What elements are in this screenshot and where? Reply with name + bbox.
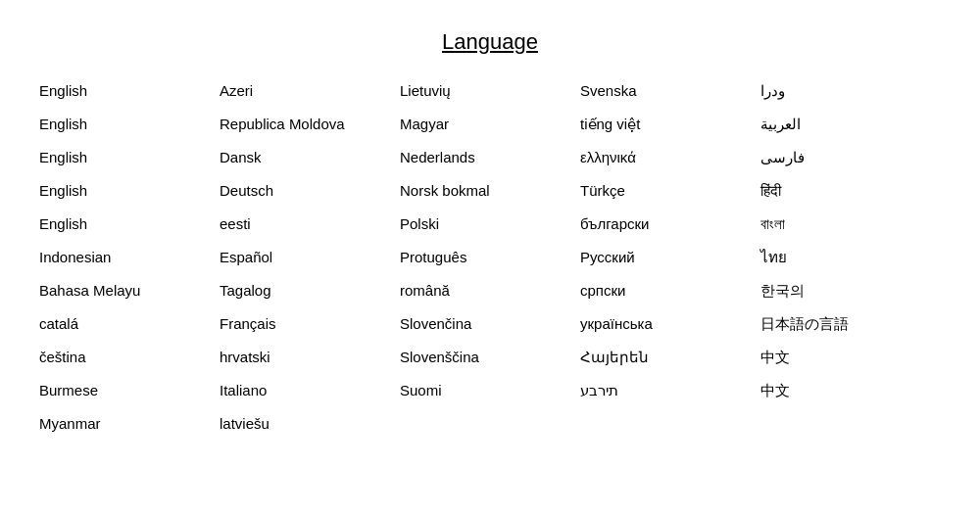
- list-item[interactable]: Svenska: [580, 74, 760, 108]
- list-item[interactable]: eesti: [220, 208, 400, 241]
- list-item[interactable]: українська: [580, 307, 760, 341]
- list-item[interactable]: български: [580, 208, 760, 241]
- language-grid: EnglishEnglishEnglishEnglishEnglishIndon…: [0, 74, 980, 441]
- list-item[interactable]: Suomi: [400, 374, 580, 407]
- language-column-2: LietuviųMagyarNederlandsNorsk bokmalPols…: [400, 74, 580, 441]
- language-column-4: ودراالعربیةفارسیहिंदीবাংলাไทย한국의日本語の言語中文…: [760, 74, 941, 441]
- list-item[interactable]: Azeri: [220, 74, 400, 108]
- language-column-0: EnglishEnglishEnglishEnglishEnglishIndon…: [39, 74, 220, 441]
- list-item[interactable]: 中文: [760, 341, 941, 374]
- list-item[interactable]: Slovenčina: [400, 307, 580, 341]
- list-item[interactable]: ελληνικά: [580, 141, 760, 174]
- list-item[interactable]: Հայերեն: [580, 341, 760, 374]
- list-item[interactable]: Bahasa Melayu: [39, 274, 220, 307]
- list-item[interactable]: hrvatski: [220, 341, 400, 374]
- list-item[interactable]: ไทย: [760, 241, 941, 274]
- list-item[interactable]: čeština: [39, 341, 220, 374]
- list-item[interactable]: বাংলা: [760, 208, 941, 241]
- language-column-1: AzeriRepublica MoldovaDanskDeutscheestiE…: [220, 74, 400, 441]
- list-item[interactable]: catalá: [39, 307, 220, 341]
- list-item[interactable]: Slovenščina: [400, 341, 580, 374]
- list-item[interactable]: Español: [220, 241, 400, 274]
- list-item[interactable]: English: [39, 174, 220, 208]
- list-item[interactable]: Русский: [580, 241, 760, 274]
- list-item[interactable]: हिंदी: [760, 174, 941, 208]
- page-title: Language: [0, 0, 980, 74]
- list-item[interactable]: 日本語の言語: [760, 307, 941, 341]
- list-item[interactable]: Norsk bokmal: [400, 174, 580, 208]
- list-item[interactable]: Burmese: [39, 374, 220, 407]
- list-item[interactable]: Republica Moldova: [220, 108, 400, 141]
- list-item[interactable]: 한국의: [760, 274, 941, 307]
- list-item[interactable]: فارسی: [760, 141, 941, 174]
- list-item[interactable]: תירבע: [580, 374, 760, 407]
- list-item[interactable]: 中文: [760, 374, 941, 407]
- list-item[interactable]: العربیة: [760, 108, 941, 141]
- list-item[interactable]: Dansk: [220, 141, 400, 174]
- list-item[interactable]: Türkçe: [580, 174, 760, 208]
- list-item[interactable]: English: [39, 108, 220, 141]
- list-item[interactable]: română: [400, 274, 580, 307]
- list-item[interactable]: English: [39, 74, 220, 108]
- list-item[interactable]: Magyar: [400, 108, 580, 141]
- list-item[interactable]: Deutsch: [220, 174, 400, 208]
- language-column-3: Svenskatiếng việtελληνικάTürkçeбългарски…: [580, 74, 760, 441]
- list-item[interactable]: Tagalog: [220, 274, 400, 307]
- list-item[interactable]: Lietuvių: [400, 74, 580, 108]
- list-item[interactable]: English: [39, 208, 220, 241]
- list-item[interactable]: latviešu: [220, 407, 400, 441]
- list-item[interactable]: Nederlands: [400, 141, 580, 174]
- list-item[interactable]: Polski: [400, 208, 580, 241]
- list-item[interactable]: Protuguês: [400, 241, 580, 274]
- list-item[interactable]: ودرا: [760, 74, 941, 108]
- list-item[interactable]: српски: [580, 274, 760, 307]
- list-item[interactable]: Indonesian: [39, 241, 220, 274]
- list-item[interactable]: tiếng việt: [580, 108, 760, 141]
- list-item[interactable]: Italiano: [220, 374, 400, 407]
- list-item[interactable]: English: [39, 141, 220, 174]
- list-item[interactable]: Français: [220, 307, 400, 341]
- list-item[interactable]: Myanmar: [39, 407, 220, 441]
